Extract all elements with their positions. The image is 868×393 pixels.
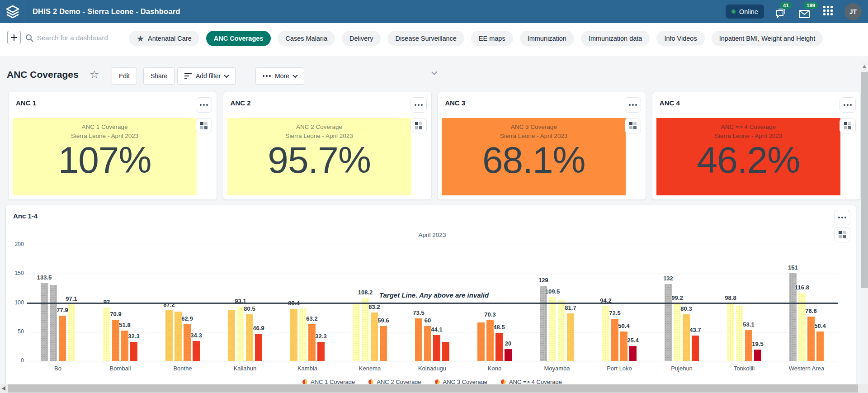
- chart-table-toggle-button[interactable]: [410, 118, 427, 133]
- dashboard-chip[interactable]: Immunization data: [581, 31, 650, 46]
- interpretations-icon[interactable]: 41: [774, 5, 788, 19]
- chart-bar[interactable]: [683, 314, 690, 361]
- add-dashboard-button[interactable]: [7, 31, 21, 44]
- dashboard-chip[interactable]: EE maps: [471, 31, 513, 46]
- user-avatar[interactable]: JT: [844, 3, 862, 20]
- chart-bar[interactable]: [415, 318, 422, 361]
- edit-label: Edit: [119, 72, 130, 80]
- messages-icon[interactable]: 189: [797, 5, 811, 19]
- chart-bar[interactable]: [68, 304, 75, 361]
- dashboard-chip[interactable]: Inpatient BMI, Weight and Height: [712, 31, 823, 46]
- app-header: DHIS 2 Demo - Sierra Leone - Dashboard O…: [0, 0, 868, 23]
- bar-value-label: 32.3: [303, 333, 339, 340]
- dashboard-chip[interactable]: Immunization: [520, 31, 574, 46]
- ellipsis-icon: [844, 104, 852, 106]
- chart-bar[interactable]: [505, 349, 512, 361]
- bar-value-label: 92: [89, 298, 125, 305]
- dashboards-bar: ★ Antenatal Care ANC Coverages Cases Mal…: [0, 23, 868, 56]
- chart-bar[interactable]: [442, 342, 449, 361]
- x-axis-label: Kambia: [276, 365, 339, 372]
- card-menu-button[interactable]: [625, 97, 641, 113]
- x-axis-label: Moyamba: [526, 365, 588, 372]
- chart-bar[interactable]: [308, 324, 316, 361]
- chart-table-toggle-button[interactable]: [196, 118, 212, 133]
- chart-plot-area: 050100150200Bo133.577.997.1Bombali9270.9…: [6, 205, 856, 393]
- dashboard-chip[interactable]: Cases Malaria: [278, 31, 335, 46]
- chart-bar[interactable]: [736, 306, 743, 361]
- chart-bar[interactable]: [727, 303, 734, 361]
- card-title: ANC 1: [16, 99, 36, 107]
- card-visual-panel: ANC 2 CoverageSierra Leone - April 20239…: [227, 118, 411, 195]
- vertical-scrollbar-thumb[interactable]: [861, 72, 868, 288]
- chart-table-toggle-button[interactable]: [840, 118, 856, 133]
- x-axis-label: Kono: [463, 365, 526, 372]
- bar-value-label: 32.3: [116, 333, 152, 340]
- chart-bar[interactable]: [567, 313, 574, 361]
- share-button[interactable]: Share: [143, 67, 175, 85]
- card-value: 107%: [13, 139, 197, 181]
- chart-bar[interactable]: [237, 307, 244, 361]
- dashboard-chip[interactable]: Disease Surveillance: [387, 31, 464, 46]
- chart-bar[interactable]: [317, 342, 325, 361]
- chart-bar[interactable]: [380, 326, 387, 361]
- messages-badge-count: 189: [804, 2, 818, 9]
- chart-bar[interactable]: [540, 286, 547, 361]
- dashboard-chip[interactable]: Delivery: [342, 31, 381, 46]
- bar-value-label: 80.3: [668, 305, 704, 312]
- card-menu-button[interactable]: [410, 97, 427, 113]
- horizontal-scrollbar-thumb[interactable]: [8, 384, 858, 393]
- ellipsis-icon: [263, 75, 271, 77]
- dashboard-card: ANC 2ANC 2 CoverageSierra Leone - April …: [223, 92, 432, 200]
- card-subtitle-line1: ANC 3 Coverage: [442, 118, 626, 132]
- chart-bar[interactable]: [620, 331, 627, 361]
- chart-bar[interactable]: [184, 324, 191, 361]
- chart-bar[interactable]: [692, 336, 699, 361]
- dashboard-card: ANC 3ANC 3 CoverageSierra Leone - April …: [437, 92, 646, 200]
- chart-bar[interactable]: [246, 314, 253, 361]
- scrollbar-up-arrow-icon[interactable]: [863, 65, 866, 68]
- apps-menu-icon[interactable]: [821, 5, 835, 19]
- chart-bar[interactable]: [433, 335, 440, 361]
- chart-bar[interactable]: [629, 346, 637, 361]
- favorite-star-icon[interactable]: ☆: [90, 68, 99, 81]
- card-menu-button[interactable]: [840, 97, 856, 113]
- card-menu-button[interactable]: [196, 97, 212, 113]
- chart-bar[interactable]: [59, 316, 66, 361]
- dashboard-chip-anc-coverages[interactable]: ANC Coverages: [206, 31, 271, 46]
- more-button[interactable]: More: [255, 67, 304, 85]
- card-title: ANC 4: [660, 99, 680, 107]
- edit-button[interactable]: Edit: [112, 67, 137, 85]
- bar-value-label: 129: [525, 277, 561, 284]
- chart-bar[interactable]: [228, 310, 235, 361]
- add-filter-button[interactable]: Add filter: [177, 67, 236, 85]
- chart-table-toggle-button[interactable]: [625, 118, 641, 133]
- bar-value-label: 97.1: [53, 295, 90, 302]
- chart-bar[interactable]: [130, 342, 137, 361]
- bar-value-label: 76.6: [793, 308, 829, 314]
- card-visual-panel: ANC 3 CoverageSierra Leone - April 20236…: [442, 118, 626, 195]
- star-icon: ★: [137, 34, 144, 43]
- card-title: ANC 3: [445, 99, 465, 107]
- dashboard-chip-antenatal-care[interactable]: ★ Antenatal Care: [129, 31, 199, 46]
- chart-bar[interactable]: [41, 283, 48, 361]
- online-status-badge[interactable]: Online: [726, 5, 764, 19]
- more-label: More: [275, 72, 289, 80]
- horizontal-scrollbar[interactable]: [0, 384, 868, 393]
- x-axis-label: Bombali: [89, 365, 151, 372]
- chart-table-grid-icon: [629, 122, 637, 129]
- vertical-scrollbar[interactable]: [861, 61, 868, 384]
- bar-value-label: 60: [410, 317, 446, 324]
- chevron-down-icon: [224, 73, 229, 78]
- chart-bar[interactable]: [353, 304, 360, 361]
- dashboard-search-input[interactable]: [37, 34, 121, 42]
- bar-value-label: 83.2: [356, 303, 392, 310]
- chart-bar[interactable]: [754, 350, 761, 361]
- dhis2-logo-icon[interactable]: [0, 0, 25, 23]
- dashboard-chip[interactable]: Info Videos: [656, 31, 704, 46]
- bar-value-label: 48.5: [481, 324, 517, 331]
- chart-bar[interactable]: [193, 341, 200, 361]
- scrollbar-left-arrow-icon[interactable]: [2, 386, 5, 391]
- chart-bar[interactable]: [816, 331, 824, 361]
- x-axis-label: Bo: [27, 365, 89, 372]
- chart-bar[interactable]: [255, 334, 262, 361]
